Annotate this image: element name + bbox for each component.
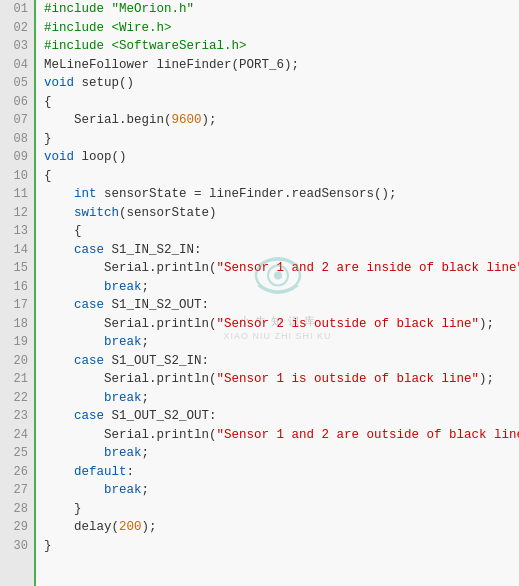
code-line-15: Serial.println("Sensor 1 and 2 are insid… [44,259,519,278]
code-line-13: { [44,222,519,241]
code-line-16: break; [44,278,519,297]
code-line-04: MeLineFollower lineFinder(PORT_6); [44,56,519,75]
line-number-14: 14 [0,241,34,260]
code-line-26: default: [44,463,519,482]
line-number-26: 26 [0,463,34,482]
line-number-28: 28 [0,500,34,519]
code-line-27: break; [44,481,519,500]
line-number-21: 21 [0,370,34,389]
line-number-08: 08 [0,130,34,149]
line-number-04: 04 [0,56,34,75]
line-number-23: 23 [0,407,34,426]
line-number-17: 17 [0,296,34,315]
code-line-05: void setup() [44,74,519,93]
line-number-25: 25 [0,444,34,463]
line-number-15: 15 [0,259,34,278]
code-line-02: #include <Wire.h> [44,19,519,38]
code-line-23: case S1_OUT_S2_OUT: [44,407,519,426]
code-line-30: } [44,537,519,556]
code-line-19: break; [44,333,519,352]
line-number-07: 07 [0,111,34,130]
code-line-12: switch(sensorState) [44,204,519,223]
line-numbers: 0102030405060708091011121314151617181920… [0,0,36,586]
line-number-29: 29 [0,518,34,537]
line-number-05: 05 [0,74,34,93]
line-number-02: 02 [0,19,34,38]
line-number-24: 24 [0,426,34,445]
code-line-25: break; [44,444,519,463]
code-line-22: break; [44,389,519,408]
code-line-08: } [44,130,519,149]
code-line-28: } [44,500,519,519]
line-number-01: 01 [0,0,34,19]
line-number-27: 27 [0,481,34,500]
code-line-03: #include <SoftwareSerial.h> [44,37,519,56]
line-number-30: 30 [0,537,34,556]
code-line-06: { [44,93,519,112]
line-number-19: 19 [0,333,34,352]
line-number-13: 13 [0,222,34,241]
code-line-24: Serial.println("Sensor 1 and 2 are outsi… [44,426,519,445]
code-line-21: Serial.println("Sensor 1 is outside of b… [44,370,519,389]
code-line-09: void loop() [44,148,519,167]
code-line-01: #include "MeOrion.h" [44,0,519,19]
line-number-18: 18 [0,315,34,334]
code-line-14: case S1_IN_S2_IN: [44,241,519,260]
code-line-10: { [44,167,519,186]
line-number-22: 22 [0,389,34,408]
code-line-29: delay(200); [44,518,519,537]
code-line-17: case S1_IN_S2_OUT: [44,296,519,315]
line-number-09: 09 [0,148,34,167]
line-number-16: 16 [0,278,34,297]
line-number-03: 03 [0,37,34,56]
code-line-11: int sensorState = lineFinder.readSensors… [44,185,519,204]
line-number-12: 12 [0,204,34,223]
line-number-20: 20 [0,352,34,371]
line-number-11: 11 [0,185,34,204]
code-line-18: Serial.println("Sensor 2 is outside of b… [44,315,519,334]
line-number-10: 10 [0,167,34,186]
code-line-20: case S1_OUT_S2_IN: [44,352,519,371]
line-number-06: 06 [0,93,34,112]
code-content[interactable]: #include "MeOrion.h"#include <Wire.h>#in… [36,0,519,586]
code-container: 0102030405060708091011121314151617181920… [0,0,519,586]
code-line-07: Serial.begin(9600); [44,111,519,130]
